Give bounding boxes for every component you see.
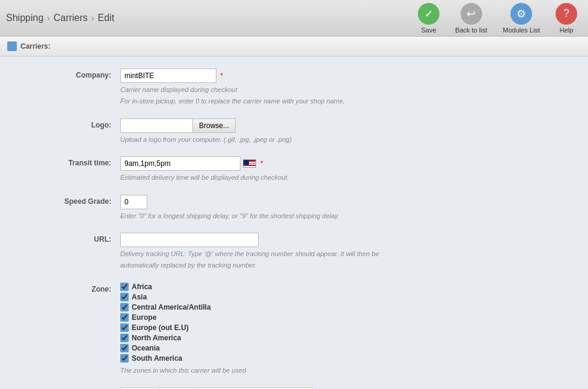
transit-help: Estimated delivery time will be displaye… bbox=[120, 173, 564, 182]
toolbar: Shipping › Carriers › Edit ✓ Save ↩ Back… bbox=[0, 0, 588, 37]
toolbar-actions: ✓ Save ↩ Back to list ⚙ Modules List ? H… bbox=[413, 1, 582, 36]
carriers-icon bbox=[7, 41, 17, 51]
carriers-title: Carriers: bbox=[20, 42, 51, 51]
zone-checkbox[interactable] bbox=[120, 354, 129, 363]
transit-input[interactable] bbox=[120, 156, 240, 171]
zone-item: Europe bbox=[120, 313, 564, 322]
help-button[interactable]: ? Help bbox=[551, 1, 582, 36]
zone-item: Asia bbox=[120, 293, 564, 301]
zone-item: Europe (out E.U) bbox=[120, 323, 564, 332]
zone-checkbox[interactable] bbox=[120, 303, 129, 311]
logo-row: Logo: Browse... Upload a logo from your … bbox=[24, 118, 564, 144]
zone-checkbox[interactable] bbox=[120, 313, 129, 322]
company-input[interactable] bbox=[120, 69, 216, 83]
transit-required: * bbox=[260, 159, 263, 168]
zone-checkbox[interactable] bbox=[120, 323, 129, 332]
url-help2: automatically replaced by the tracking n… bbox=[120, 261, 564, 270]
breadcrumb-shipping[interactable]: Shipping bbox=[6, 13, 43, 23]
form-container: Company: * Carrier name displayed during… bbox=[0, 57, 588, 389]
company-row: Company: * Carrier name displayed during… bbox=[24, 69, 564, 106]
zone-item-label: Asia bbox=[132, 293, 147, 301]
speed-grade-row: Speed Grade: Enter "0" for a longest shi… bbox=[24, 195, 564, 221]
zone-help: The zones in which this carrier will be … bbox=[120, 366, 564, 375]
url-field: Delivery tracking URL: Type '@' where th… bbox=[120, 233, 564, 271]
browse-button[interactable]: Browse... bbox=[192, 118, 236, 133]
breadcrumb: Shipping › Carriers › Edit bbox=[6, 13, 413, 23]
zone-item-label: Europe (out E.U) bbox=[132, 323, 189, 332]
zone-row: Zone: AfricaAsiaCentral America/AntillaE… bbox=[24, 283, 564, 375]
speed-grade-help: Enter "0" for a longest shipping delay, … bbox=[120, 212, 564, 221]
transit-field: * Estimated delivery time will be displa… bbox=[120, 156, 564, 182]
company-help1: Carrier name displayed during checkout bbox=[120, 85, 564, 94]
url-label: URL: bbox=[24, 233, 120, 244]
breadcrumb-carriers[interactable]: Carriers bbox=[54, 13, 88, 23]
transit-input-group: * bbox=[120, 156, 564, 171]
url-help1: Delivery tracking URL: Type '@' where th… bbox=[120, 250, 564, 259]
zone-item: South America bbox=[120, 354, 564, 363]
modules-icon: ⚙ bbox=[510, 3, 532, 25]
zone-item-label: South America bbox=[132, 354, 182, 363]
zone-item-label: North America bbox=[132, 334, 181, 342]
logo-text-input[interactable] bbox=[120, 118, 192, 133]
save-icon: ✓ bbox=[418, 3, 439, 25]
save-button[interactable]: ✓ Save bbox=[413, 1, 444, 36]
zone-checkbox[interactable] bbox=[120, 334, 129, 342]
logo-label: Logo: bbox=[24, 118, 120, 129]
url-input[interactable] bbox=[120, 233, 259, 247]
zone-item-label: Oceania bbox=[132, 344, 160, 352]
zone-item: Oceania bbox=[120, 344, 564, 352]
back-to-list-button[interactable]: ↩ Back to list bbox=[450, 1, 492, 36]
zone-field: AfricaAsiaCentral America/AntillaEuropeE… bbox=[120, 283, 564, 375]
zone-checkbox[interactable] bbox=[120, 283, 129, 291]
logo-input-group: Browse... bbox=[120, 118, 564, 133]
zone-item: Central America/Antilla bbox=[120, 303, 564, 311]
company-label: Company: bbox=[24, 69, 120, 79]
url-row: URL: Delivery tracking URL: Type '@' whe… bbox=[24, 233, 564, 271]
zone-checkbox[interactable] bbox=[120, 293, 129, 301]
help-icon: ? bbox=[556, 3, 577, 25]
zone-item-label: Africa bbox=[132, 283, 152, 291]
logo-field: Browse... Upload a logo from your comput… bbox=[120, 118, 564, 144]
logo-help: Upload a logo from your computer. (.gif,… bbox=[120, 135, 564, 144]
breadcrumb-sep1: › bbox=[47, 13, 50, 23]
company-required: * bbox=[220, 72, 223, 80]
speed-grade-label: Speed Grade: bbox=[24, 195, 120, 206]
zone-item-label: Europe bbox=[132, 313, 156, 322]
zone-item: Africa bbox=[120, 283, 564, 291]
us-flag-icon bbox=[243, 159, 256, 168]
speed-grade-input[interactable] bbox=[120, 195, 147, 209]
back-icon: ↩ bbox=[461, 3, 482, 25]
zone-label: Zone: bbox=[24, 283, 120, 293]
breadcrumb-edit: Edit bbox=[98, 13, 115, 23]
zone-checkbox[interactable] bbox=[120, 344, 129, 352]
transit-label: Transit time: bbox=[24, 156, 120, 167]
zone-item-label: Central America/Antilla bbox=[132, 303, 211, 311]
zone-list: AfricaAsiaCentral America/AntillaEuropeE… bbox=[120, 283, 564, 363]
speed-grade-field: Enter "0" for a longest shipping delay, … bbox=[120, 195, 564, 221]
zone-item: North America bbox=[120, 334, 564, 342]
modules-list-button[interactable]: ⚙ Modules List bbox=[498, 1, 545, 36]
company-field: * Carrier name displayed during checkout… bbox=[120, 69, 564, 106]
carriers-header: Carriers: bbox=[0, 37, 588, 57]
flag-canton bbox=[243, 160, 249, 165]
transit-row: Transit time: * Estimated delivery time … bbox=[24, 156, 564, 182]
breadcrumb-sep2: › bbox=[91, 13, 94, 23]
company-help2: For in-store pickup, enter 0 to replace … bbox=[120, 97, 564, 106]
content-area: Carriers: Company: * Carrier name displa… bbox=[0, 37, 588, 389]
